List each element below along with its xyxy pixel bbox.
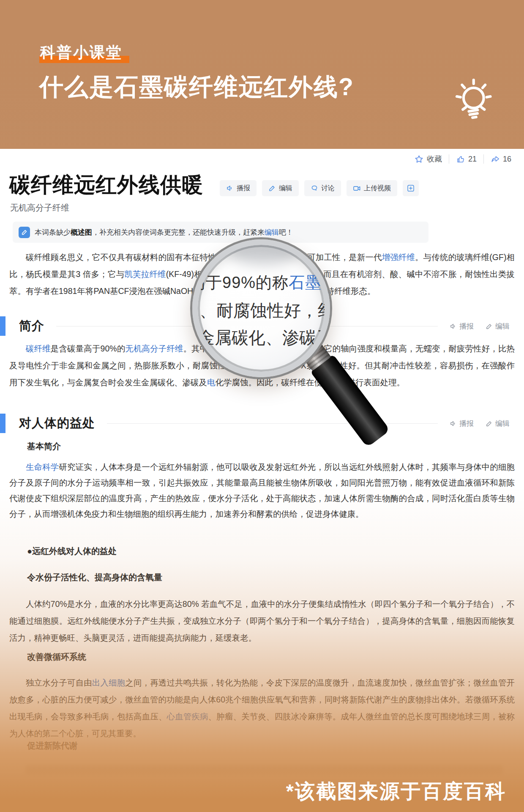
paragraph-microcirculation: 独立水分子可自由出入细胞之间，再透过共鸣共振，转化为热能，令皮下深层的温度微升，… <box>9 674 515 742</box>
video-camera-icon <box>353 184 361 192</box>
section-broadcast-label: 播报 <box>459 419 474 428</box>
inline-link[interactable]: 碳纤维 <box>26 344 51 353</box>
share-icon <box>491 154 500 164</box>
edit-badge-icon <box>19 227 30 238</box>
text-segment: 研究证实，人体本身是一个远红外辐射源，他可以吸收及发射远红外光，所以当远红外线照… <box>9 462 515 518</box>
share-button[interactable]: 16 <box>491 154 511 164</box>
entry-title: 碳纤维远红外线供暖 <box>9 171 203 199</box>
text-segment: 金属碳化、渗碳及 <box>198 328 330 347</box>
inline-link[interactable]: 凯芙拉纤维 <box>124 269 166 279</box>
edit-button[interactable]: 编辑 <box>262 180 299 196</box>
discuss-button[interactable]: 讨论 <box>304 180 341 196</box>
favorite-label: 收藏 <box>427 154 442 164</box>
stats-row: 收藏 21 16 <box>414 154 511 164</box>
divider <box>483 154 484 164</box>
section-broadcast-button[interactable]: 播报 <box>450 419 474 428</box>
section-divider <box>107 423 438 424</box>
section-edit-label: 编辑 <box>495 419 510 428</box>
broadcast-label: 播报 <box>237 184 250 193</box>
entry-toolbar: 播报 编辑 讨论 上传视频 <box>220 180 419 196</box>
favorite-button[interactable]: 收藏 <box>414 154 442 164</box>
edit-label: 编辑 <box>279 184 292 193</box>
section-broadcast-button[interactable]: 播报 <box>450 321 474 331</box>
discuss-label: 讨论 <box>321 184 335 193</box>
inline-link[interactable]: 电 <box>207 378 216 387</box>
text-segment: 概述图 <box>71 228 92 236</box>
text-segment: 化学腐蚀。因此，碳纤维在使用前须进行表面处理。 <box>216 378 405 387</box>
hero-section: 科普小课堂 什么是石墨碳纤维远红外线? <box>0 0 524 149</box>
upload-video-label: 上传视频 <box>364 184 391 193</box>
thumb-up-icon <box>456 154 465 164</box>
text-segment: 、耐腐蚀性好，纤维的 <box>199 301 330 320</box>
subheading-basic: 基本简介 <box>27 441 61 452</box>
pencil-icon <box>268 184 276 192</box>
magnified-text-line: 金属碳化、渗碳及电 <box>198 326 330 349</box>
inline-link[interactable]: 生命科学 <box>26 462 59 472</box>
inline-link[interactable]: 出入细胞 <box>92 678 125 687</box>
section-accent-bar <box>0 414 5 433</box>
entry-subtitle: 无机高分子纤维 <box>10 202 69 214</box>
magnified-text-line: 、耐腐蚀性好，纤维的 <box>199 299 330 322</box>
magnified-text-line: 高于99%的称石墨纤维 <box>192 272 330 294</box>
pencil-icon <box>486 420 493 427</box>
paragraph-basic: 生命科学研究证实，人体本身是一个远红外辐射源，他可以吸收及发射远红外光，所以当远… <box>9 459 515 522</box>
section-title: 对人体的益处 <box>19 415 95 432</box>
share-count: 16 <box>503 155 511 164</box>
section-accent-bar <box>0 316 5 336</box>
magnifier-glass: 高于99%的称石墨纤维 、耐腐蚀性好，纤维的 金属碳化、渗碳及电 <box>192 239 330 377</box>
notice-banner: 本词条缺少概述图，补充相关内容使词条更完整，还能快速升级，赶紧来编辑吧！ <box>13 222 428 243</box>
upload-video-button[interactable]: 上传视频 <box>347 180 397 196</box>
subheading-water: 令水份子活性化、提高身体的含氧量 <box>27 572 162 583</box>
text-segment: 高于99%的称 <box>192 274 289 291</box>
section-heading-benefits: 对人体的益处 播报 编辑 <box>0 414 524 433</box>
broadcast-button[interactable]: 播报 <box>220 180 257 196</box>
text-segment: 人体约70%是水分，血液的水分比率更高达80% 若血气不足，血液中的水分子便集结… <box>9 599 515 642</box>
subheading-microcirculation: 改善微循环系统 <box>27 651 86 663</box>
subheading-bullet: ●远红外线对人体的益处 <box>27 546 117 557</box>
inline-link[interactable]: 无机高分子纤维 <box>125 344 183 353</box>
subheading-metabolism: 促进新陈代谢 <box>27 740 78 752</box>
text-segment: ，补充相关内容使词条更完整，还能快速升级，赶紧来 <box>92 228 265 236</box>
hero-badge-label: 科普小课堂 <box>40 42 125 63</box>
inline-link[interactable]: 编辑 <box>265 228 279 236</box>
lightbulb-icon <box>450 75 495 124</box>
speaker-icon <box>226 184 234 192</box>
hero-title: 什么是石墨碳纤维远红外线? <box>39 71 354 104</box>
inline-link[interactable]: 心血管疾病 <box>167 712 208 721</box>
speaker-icon <box>450 323 457 330</box>
add-button[interactable] <box>403 180 419 196</box>
pencil-icon <box>486 323 493 330</box>
faded-text-line <box>25 765 503 775</box>
text-segment: 是含碳量高于90%的 <box>51 344 125 353</box>
plus-icon <box>407 184 415 192</box>
like-count: 21 <box>468 155 477 164</box>
poster: 科普小课堂 什么是石墨碳纤维远红外线? <box>0 0 524 812</box>
section-broadcast-label: 播报 <box>459 321 474 331</box>
section-edit-button[interactable]: 编辑 <box>486 321 510 331</box>
divider <box>449 154 449 164</box>
chat-bubble-icon <box>311 184 318 192</box>
section-edit-label: 编辑 <box>495 321 510 331</box>
notice-text: 本词条缺少概述图，补充相关内容使词条更完整，还能快速升级，赶紧来编辑吧！ <box>35 228 293 237</box>
speaker-icon <box>450 420 457 427</box>
section-edit-button[interactable]: 编辑 <box>486 419 510 428</box>
hero-badge: 科普小课堂 <box>40 42 125 63</box>
section-actions: 播报 编辑 <box>450 419 510 428</box>
like-button[interactable]: 21 <box>456 154 477 164</box>
paragraph-water: 人体约70%是水分，血液的水分比率更高达80% 若血气不足，血液中的水分子便集结… <box>9 595 515 646</box>
star-icon <box>414 154 424 164</box>
inline-link[interactable]: 增强纤维 <box>382 252 415 262</box>
section-title: 简介 <box>19 318 44 335</box>
text-segment: 吧！ <box>279 228 293 236</box>
text-segment: 独立水分子可自由 <box>26 678 92 687</box>
source-credit: *该截图来源于百度百科 <box>286 778 506 805</box>
section-actions: 播报 编辑 <box>450 321 510 331</box>
text-segment: 本词条缺少 <box>35 228 71 236</box>
